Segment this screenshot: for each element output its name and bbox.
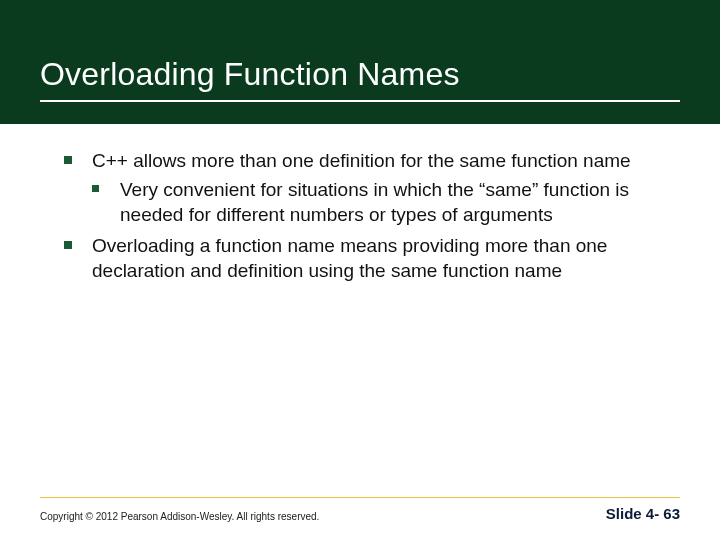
page-title: Overloading Function Names <box>40 56 460 93</box>
bullet-square-icon <box>64 156 72 164</box>
copyright-text: Copyright © 2012 Pearson Addison-Wesley.… <box>40 511 319 522</box>
bullet-square-icon <box>92 185 99 192</box>
footer-rule <box>40 497 680 498</box>
bullet-square-icon <box>64 241 72 249</box>
content-area: C++ allows more than one definition for … <box>0 124 720 283</box>
footer: Copyright © 2012 Pearson Addison-Wesley.… <box>40 505 680 522</box>
sub-bullet-list: Very convenient for situations in which … <box>92 177 656 227</box>
bullet-list: C++ allows more than one definition for … <box>64 148 656 283</box>
title-underline <box>40 100 680 102</box>
slide-number: Slide 4- 63 <box>606 505 680 522</box>
bullet-text: Very convenient for situations in which … <box>120 179 629 225</box>
list-item: Overloading a function name means provid… <box>64 233 656 283</box>
bullet-text: Overloading a function name means provid… <box>92 235 607 281</box>
title-band: Overloading Function Names <box>0 0 720 124</box>
bullet-text: C++ allows more than one definition for … <box>92 150 631 171</box>
list-item: Very convenient for situations in which … <box>92 177 656 227</box>
list-item: C++ allows more than one definition for … <box>64 148 656 227</box>
